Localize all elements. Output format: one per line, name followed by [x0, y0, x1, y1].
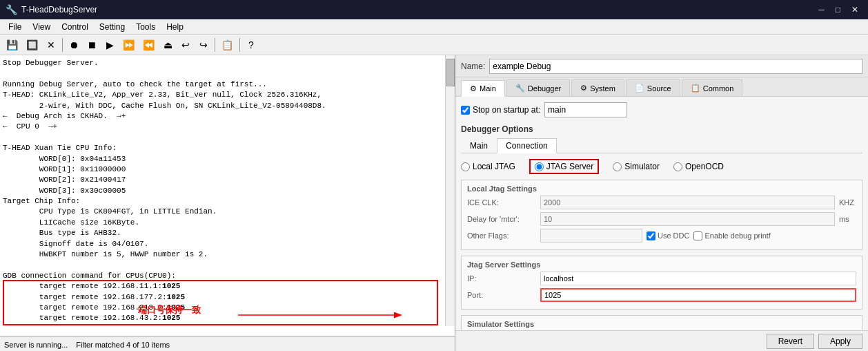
toolbar-rw[interactable]: ⏪: [139, 37, 158, 53]
terminal-line: Bus type is AHB32.: [3, 228, 452, 238]
toolbar-close[interactable]: ✕: [43, 37, 59, 53]
toolbar-redo[interactable]: ↪: [195, 37, 212, 53]
radio-openocd[interactable]: OpenOCD: [673, 162, 724, 171]
toolbar-save[interactable]: 💾: [3, 37, 21, 53]
tab-source-icon: 📄: [635, 84, 644, 93]
title-bar: 🔧 T-HeadDebugServer ─ □ ✕: [0, 0, 868, 19]
debugger-options-section: Debugger Options Main Connection Local J…: [461, 124, 862, 330]
toolbar-clipboard[interactable]: 📋: [218, 37, 237, 53]
maximize-button[interactable]: □: [831, 3, 845, 16]
startup-checkbox[interactable]: [461, 106, 470, 115]
tab-debugger-icon: 🔧: [515, 84, 525, 93]
tab-debugger[interactable]: 🔧 Debugger: [506, 79, 570, 96]
terminal[interactable]: Stop Debugger Server. Running Debug Serv…: [0, 55, 455, 336]
terminal-line: WORD[0]: 0x04a11453: [3, 154, 452, 164]
radio-jtag-server-label: JTAG Server: [546, 162, 593, 171]
local-jtag-title: Local Jtag Settings: [467, 184, 856, 193]
toolbar-ff[interactable]: ⏩: [119, 37, 138, 53]
inner-tab-connection[interactable]: Connection: [497, 138, 557, 153]
terminal-line: [3, 133, 452, 143]
menu-file[interactable]: File: [3, 21, 27, 33]
tab-source-label: Source: [647, 84, 671, 93]
radio-jtag-server[interactable]: JTAG Server: [529, 159, 599, 174]
tab-common-icon: 📋: [691, 84, 700, 93]
jtag-server-title: Jtag Server Settings: [467, 260, 856, 269]
delay-unit: ms: [839, 215, 856, 223]
tab-source[interactable]: 📄 Source: [626, 79, 680, 96]
toolbar-help[interactable]: ?: [243, 37, 259, 53]
menu-help[interactable]: Help: [161, 21, 189, 33]
tab-common[interactable]: 📋 Common: [682, 79, 743, 96]
radio-openocd-input[interactable]: [673, 162, 682, 171]
terminal-line: target remote 192.168.43.2:1025: [3, 313, 452, 323]
menu-view[interactable]: View: [27, 21, 56, 33]
debugger-options-title: Debugger Options: [461, 124, 862, 134]
terminal-line: Signoff date is 04/0107.: [3, 239, 452, 249]
simulator-settings: Simulator Settings Machine: Setting...: [461, 315, 862, 330]
use-ddc-label[interactable]: Use DDC: [647, 231, 689, 240]
radio-simulator-input[interactable]: [613, 162, 622, 171]
toolbar-new[interactable]: 🔲: [23, 37, 41, 53]
startup-value-input[interactable]: [544, 102, 627, 117]
ice-clk-row: ICE CLK: KHZ: [467, 196, 856, 209]
toolbar-stop[interactable]: ⏹: [83, 37, 100, 53]
toolbar-undo[interactable]: ↩: [177, 37, 194, 53]
enable-debug-label[interactable]: Enable debug printf: [693, 231, 770, 240]
terminal-line: WORD[2]: 0x21400417: [3, 175, 452, 185]
toolbar-play[interactable]: ▶: [101, 37, 118, 53]
name-bar: Name:: [455, 55, 868, 77]
toolbar-eject[interactable]: ⏏: [159, 37, 176, 53]
status-text: Server is running...: [4, 341, 68, 349]
tab-system[interactable]: ⚙ System: [571, 79, 624, 96]
ip-row: IP:: [467, 272, 856, 285]
menu-control[interactable]: Control: [56, 21, 94, 33]
close-button[interactable]: ✕: [847, 3, 862, 16]
revert-button[interactable]: Revert: [767, 334, 814, 349]
terminal-line: Target Chip Info:: [3, 196, 452, 207]
menu-tools[interactable]: Tools: [130, 21, 161, 33]
startup-checkbox-label[interactable]: Stop on startup at:: [461, 105, 540, 115]
terminal-line: WORD[1]: 0x11000000: [3, 164, 452, 175]
delay-row: Delay for 'mtcr': ms: [467, 212, 856, 226]
terminal-line: ← Debug Arch is CKHAD. →+: [3, 111, 452, 122]
other-flags-input[interactable]: [540, 229, 642, 243]
enable-debug-checkbox[interactable]: [693, 231, 702, 240]
radio-jtag-server-input[interactable]: [535, 162, 544, 171]
main-area: Stop Debugger Server. Running Debug Serv…: [0, 55, 868, 351]
terminal-line: ← CPU 0 →+: [3, 122, 452, 132]
tab-main[interactable]: ⚙ Main: [461, 80, 505, 97]
menu-bar: File View Control Setting Tools Help: [0, 19, 868, 35]
name-label: Name:: [461, 61, 485, 71]
use-ddc-checkbox[interactable]: [647, 231, 655, 240]
radio-local-jtag[interactable]: Local JTAG: [461, 162, 515, 171]
radio-simulator[interactable]: Simulator: [613, 162, 660, 171]
radio-local-jtag-label: Local JTAG: [473, 162, 515, 171]
delay-input[interactable]: [540, 212, 835, 226]
menu-setting[interactable]: Setting: [94, 21, 130, 33]
terminal-scrollbar[interactable]: [445, 55, 455, 326]
other-flags-label: Other Flags:: [467, 231, 536, 240]
ice-clk-unit: KHZ: [839, 198, 856, 207]
left-bottom-bar: Server is running... Filter matched 4 of…: [0, 336, 455, 351]
toolbar-record[interactable]: ⏺: [66, 37, 82, 53]
apply-button[interactable]: Apply: [818, 334, 862, 349]
toolbar: 💾 🔲 ✕ ⏺ ⏹ ▶ ⏩ ⏪ ⏏ ↩ ↪ 📋 ?: [0, 35, 868, 55]
inner-tabs: Main Connection: [461, 138, 862, 153]
ip-input[interactable]: [540, 272, 856, 285]
port-input[interactable]: [540, 288, 856, 302]
ip-label: IP:: [467, 274, 536, 283]
window-controls: ─ □ ✕: [814, 3, 862, 16]
local-jtag-settings: Local Jtag Settings ICE CLK: KHZ Delay f…: [461, 180, 862, 250]
scrollbar-thumb: [446, 59, 455, 86]
radio-local-jtag-input[interactable]: [461, 162, 470, 171]
debug-content: Stop on startup at: Debugger Options Mai…: [455, 97, 868, 330]
name-input[interactable]: [489, 59, 862, 74]
tab-common-label: Common: [703, 84, 734, 93]
terminal-line: Running Debug Server, auto to check the …: [3, 79, 452, 90]
minimize-button[interactable]: ─: [814, 3, 829, 16]
inner-tab-main[interactable]: Main: [461, 138, 497, 153]
ice-clk-label: ICE CLK:: [467, 198, 536, 207]
terminal-line: HWBKPT number is 5, HWWP number is 2.: [3, 249, 452, 260]
startup-label-text: Stop on startup at:: [473, 105, 540, 115]
ice-clk-input[interactable]: [540, 196, 835, 209]
